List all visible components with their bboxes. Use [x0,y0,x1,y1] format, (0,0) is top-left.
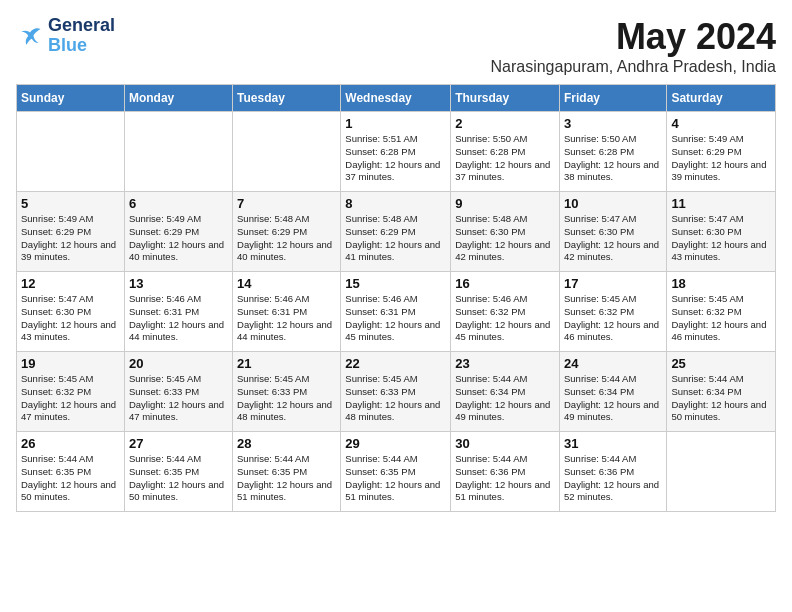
calendar-cell [124,112,232,192]
cell-info: Sunrise: 5:44 AMSunset: 6:35 PMDaylight:… [21,453,120,504]
header-thursday: Thursday [451,85,560,112]
day-number: 8 [345,196,446,211]
calendar-week-row: 5Sunrise: 5:49 AMSunset: 6:29 PMDaylight… [17,192,776,272]
header-wednesday: Wednesday [341,85,451,112]
cell-info: Sunrise: 5:47 AMSunset: 6:30 PMDaylight:… [21,293,120,344]
logo-icon [16,22,44,50]
day-number: 22 [345,356,446,371]
calendar-cell: 3Sunrise: 5:50 AMSunset: 6:28 PMDaylight… [559,112,666,192]
day-number: 25 [671,356,771,371]
calendar-cell: 20Sunrise: 5:45 AMSunset: 6:33 PMDayligh… [124,352,232,432]
calendar-cell: 10Sunrise: 5:47 AMSunset: 6:30 PMDayligh… [559,192,666,272]
day-number: 2 [455,116,555,131]
day-number: 16 [455,276,555,291]
calendar-cell: 9Sunrise: 5:48 AMSunset: 6:30 PMDaylight… [451,192,560,272]
day-number: 4 [671,116,771,131]
calendar-cell: 27Sunrise: 5:44 AMSunset: 6:35 PMDayligh… [124,432,232,512]
day-number: 20 [129,356,228,371]
cell-info: Sunrise: 5:47 AMSunset: 6:30 PMDaylight:… [564,213,662,264]
day-number: 28 [237,436,336,451]
cell-info: Sunrise: 5:50 AMSunset: 6:28 PMDaylight:… [564,133,662,184]
day-number: 17 [564,276,662,291]
day-number: 31 [564,436,662,451]
cell-info: Sunrise: 5:45 AMSunset: 6:33 PMDaylight:… [237,373,336,424]
calendar-cell: 17Sunrise: 5:45 AMSunset: 6:32 PMDayligh… [559,272,666,352]
day-number: 9 [455,196,555,211]
day-number: 1 [345,116,446,131]
day-number: 23 [455,356,555,371]
calendar-cell [233,112,341,192]
calendar-cell: 15Sunrise: 5:46 AMSunset: 6:31 PMDayligh… [341,272,451,352]
cell-info: Sunrise: 5:46 AMSunset: 6:32 PMDaylight:… [455,293,555,344]
day-number: 21 [237,356,336,371]
cell-info: Sunrise: 5:45 AMSunset: 6:33 PMDaylight:… [129,373,228,424]
calendar-cell: 4Sunrise: 5:49 AMSunset: 6:29 PMDaylight… [667,112,776,192]
day-number: 5 [21,196,120,211]
cell-info: Sunrise: 5:45 AMSunset: 6:32 PMDaylight:… [671,293,771,344]
cell-info: Sunrise: 5:46 AMSunset: 6:31 PMDaylight:… [129,293,228,344]
location-title: Narasingapuram, Andhra Pradesh, India [490,58,776,76]
day-number: 10 [564,196,662,211]
day-number: 29 [345,436,446,451]
day-number: 14 [237,276,336,291]
header-friday: Friday [559,85,666,112]
day-number: 19 [21,356,120,371]
calendar-cell [17,112,125,192]
cell-info: Sunrise: 5:51 AMSunset: 6:28 PMDaylight:… [345,133,446,184]
calendar-cell: 11Sunrise: 5:47 AMSunset: 6:30 PMDayligh… [667,192,776,272]
day-number: 26 [21,436,120,451]
cell-info: Sunrise: 5:45 AMSunset: 6:32 PMDaylight:… [564,293,662,344]
day-number: 18 [671,276,771,291]
header-saturday: Saturday [667,85,776,112]
calendar-table: SundayMondayTuesdayWednesdayThursdayFrid… [16,84,776,512]
calendar-cell: 31Sunrise: 5:44 AMSunset: 6:36 PMDayligh… [559,432,666,512]
day-number: 7 [237,196,336,211]
header-sunday: Sunday [17,85,125,112]
calendar-cell: 30Sunrise: 5:44 AMSunset: 6:36 PMDayligh… [451,432,560,512]
calendar-cell: 5Sunrise: 5:49 AMSunset: 6:29 PMDaylight… [17,192,125,272]
cell-info: Sunrise: 5:45 AMSunset: 6:33 PMDaylight:… [345,373,446,424]
cell-info: Sunrise: 5:46 AMSunset: 6:31 PMDaylight:… [237,293,336,344]
calendar-cell: 12Sunrise: 5:47 AMSunset: 6:30 PMDayligh… [17,272,125,352]
calendar-cell: 6Sunrise: 5:49 AMSunset: 6:29 PMDaylight… [124,192,232,272]
calendar-header-row: SundayMondayTuesdayWednesdayThursdayFrid… [17,85,776,112]
cell-info: Sunrise: 5:49 AMSunset: 6:29 PMDaylight:… [21,213,120,264]
day-number: 27 [129,436,228,451]
calendar-cell: 26Sunrise: 5:44 AMSunset: 6:35 PMDayligh… [17,432,125,512]
day-number: 13 [129,276,228,291]
day-number: 11 [671,196,771,211]
calendar-week-row: 26Sunrise: 5:44 AMSunset: 6:35 PMDayligh… [17,432,776,512]
calendar-week-row: 12Sunrise: 5:47 AMSunset: 6:30 PMDayligh… [17,272,776,352]
header-tuesday: Tuesday [233,85,341,112]
cell-info: Sunrise: 5:44 AMSunset: 6:34 PMDaylight:… [564,373,662,424]
calendar-cell: 24Sunrise: 5:44 AMSunset: 6:34 PMDayligh… [559,352,666,432]
cell-info: Sunrise: 5:48 AMSunset: 6:30 PMDaylight:… [455,213,555,264]
calendar-cell: 13Sunrise: 5:46 AMSunset: 6:31 PMDayligh… [124,272,232,352]
calendar-cell: 7Sunrise: 5:48 AMSunset: 6:29 PMDaylight… [233,192,341,272]
day-number: 3 [564,116,662,131]
logo: General Blue [16,16,115,56]
page-header: General Blue May 2024 Narasingapuram, An… [16,16,776,76]
cell-info: Sunrise: 5:46 AMSunset: 6:31 PMDaylight:… [345,293,446,344]
calendar-cell: 16Sunrise: 5:46 AMSunset: 6:32 PMDayligh… [451,272,560,352]
calendar-cell: 28Sunrise: 5:44 AMSunset: 6:35 PMDayligh… [233,432,341,512]
calendar-cell: 25Sunrise: 5:44 AMSunset: 6:34 PMDayligh… [667,352,776,432]
day-number: 15 [345,276,446,291]
calendar-cell [667,432,776,512]
header-monday: Monday [124,85,232,112]
calendar-week-row: 1Sunrise: 5:51 AMSunset: 6:28 PMDaylight… [17,112,776,192]
cell-info: Sunrise: 5:50 AMSunset: 6:28 PMDaylight:… [455,133,555,184]
calendar-cell: 1Sunrise: 5:51 AMSunset: 6:28 PMDaylight… [341,112,451,192]
title-block: May 2024 Narasingapuram, Andhra Pradesh,… [490,16,776,76]
calendar-cell: 14Sunrise: 5:46 AMSunset: 6:31 PMDayligh… [233,272,341,352]
calendar-cell: 23Sunrise: 5:44 AMSunset: 6:34 PMDayligh… [451,352,560,432]
day-number: 6 [129,196,228,211]
cell-info: Sunrise: 5:44 AMSunset: 6:34 PMDaylight:… [671,373,771,424]
cell-info: Sunrise: 5:45 AMSunset: 6:32 PMDaylight:… [21,373,120,424]
cell-info: Sunrise: 5:44 AMSunset: 6:35 PMDaylight:… [345,453,446,504]
cell-info: Sunrise: 5:48 AMSunset: 6:29 PMDaylight:… [345,213,446,264]
cell-info: Sunrise: 5:44 AMSunset: 6:34 PMDaylight:… [455,373,555,424]
day-number: 12 [21,276,120,291]
calendar-cell: 21Sunrise: 5:45 AMSunset: 6:33 PMDayligh… [233,352,341,432]
cell-info: Sunrise: 5:44 AMSunset: 6:35 PMDaylight:… [237,453,336,504]
